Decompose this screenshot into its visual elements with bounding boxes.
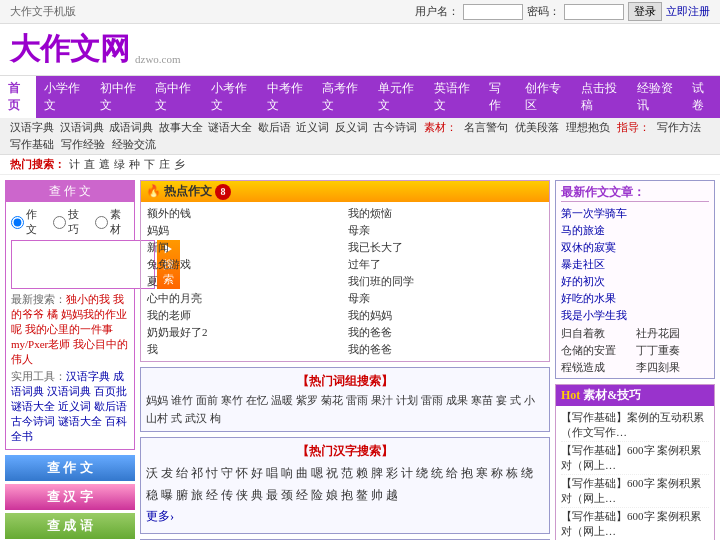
- center-panel: 🔥 热点作文 8 额外的钱 妈妈 新闻 兔免游戏 夏 心中的月亮 我的老师 奶奶…: [140, 180, 550, 540]
- chars-more[interactable]: 更多›: [146, 509, 174, 523]
- tool-xhy[interactable]: 歇后语: [94, 400, 127, 412]
- word-20[interactable]: 武汉: [185, 411, 207, 426]
- word-19[interactable]: 式: [171, 411, 182, 426]
- nav-middle[interactable]: 初中作文: [92, 76, 148, 118]
- right-panel: 最新作文文章： 第一次学骑车 马的旅途 双休的寂寞 暴走社区 好的初次 好吃的水…: [555, 180, 715, 540]
- word-7[interactable]: 紫罗: [296, 393, 318, 408]
- username-input[interactable]: [463, 4, 523, 20]
- register-link[interactable]: 立即注册: [666, 4, 710, 19]
- latest-item: 好的初次: [561, 273, 709, 290]
- link-hz[interactable]: 汉语字典: [10, 121, 54, 133]
- hot-label: 热门搜索：: [10, 157, 65, 172]
- nav-news[interactable]: 经验资讯: [629, 76, 685, 118]
- link-zjy[interactable]: 写作经验: [61, 137, 105, 152]
- nav-home[interactable]: 首页: [0, 76, 36, 118]
- word-2[interactable]: 谁竹: [171, 393, 193, 408]
- tool-gsc[interactable]: 古今诗词: [11, 415, 55, 427]
- radio-zuowen[interactable]: 作文: [11, 207, 45, 237]
- latest-item: 第一次学骑车: [561, 205, 709, 222]
- author-3[interactable]: 仓储的安置: [561, 343, 634, 358]
- hot-tag-1[interactable]: 计: [69, 157, 80, 172]
- btn-query-zuowen[interactable]: 查 作 文: [5, 455, 135, 481]
- link-jyl[interactable]: 经验交流: [112, 137, 156, 152]
- tool-myd[interactable]: 谜语大全: [11, 400, 55, 412]
- nav-mid-exam[interactable]: 中考作文: [259, 76, 315, 118]
- nav-high-exam[interactable]: 高考作文: [314, 76, 370, 118]
- radio-jiqiao[interactable]: 技巧: [53, 207, 87, 237]
- search-tools: 实用工具：汉语字典 成语词典 汉语词典 百页批 谜语大全 近义词 歇后语 古今诗…: [11, 369, 129, 444]
- hot-tag-7[interactable]: 庄: [159, 157, 170, 172]
- nav-submit[interactable]: 点击投稿: [573, 76, 629, 118]
- link-myj[interactable]: 名言警句: [464, 120, 508, 135]
- link-sc[interactable]: 古今诗词: [373, 121, 417, 133]
- nav-test[interactable]: 试卷: [684, 76, 720, 118]
- sub-nav: 汉语字典 汉语词典 成语词典 故事大全 谜语大全 歇后语 近义词 反义词 古今诗…: [0, 118, 720, 155]
- hot-tag-4[interactable]: 绿: [114, 157, 125, 172]
- recent-6[interactable]: my/Pxer老师: [11, 338, 70, 350]
- link-xh[interactable]: 歇后语: [258, 121, 291, 133]
- nav-primary-exam[interactable]: 小考作文: [203, 76, 259, 118]
- link-my[interactable]: 谜语大全: [208, 121, 252, 133]
- hot-tag-3[interactable]: 遮: [99, 157, 110, 172]
- password-input[interactable]: [564, 4, 624, 20]
- tool-jyc[interactable]: 近义词: [58, 400, 91, 412]
- word-18[interactable]: 山村: [146, 411, 168, 426]
- nav-english[interactable]: 英语作文: [426, 76, 482, 118]
- author-5[interactable]: 程锐造成: [561, 360, 634, 375]
- link-lib[interactable]: 理想抱负: [566, 120, 610, 135]
- hot-item: 心中的月亮: [144, 290, 345, 307]
- link-gs[interactable]: 故事大全: [159, 121, 203, 133]
- word-21[interactable]: 枸: [210, 411, 221, 426]
- word-5[interactable]: 在忆: [246, 393, 268, 408]
- nav-creative[interactable]: 创作专区: [517, 76, 573, 118]
- recent-3[interactable]: 橘: [47, 308, 58, 320]
- recent-1[interactable]: 独小的我: [66, 293, 110, 305]
- search-input[interactable]: [11, 240, 155, 289]
- word-4[interactable]: 寒竹: [221, 393, 243, 408]
- nav-high[interactable]: 高中作文: [147, 76, 203, 118]
- btn-query-hanzi[interactable]: 查 汉 字: [5, 484, 135, 510]
- hot-tag-6[interactable]: 下: [144, 157, 155, 172]
- link-zj[interactable]: 写作基础: [10, 137, 54, 152]
- nav-writing[interactable]: 写作: [481, 76, 517, 118]
- hot-tag-2[interactable]: 直: [84, 157, 95, 172]
- link-fy[interactable]: 反义词: [335, 121, 368, 133]
- word-16[interactable]: 式: [510, 393, 521, 408]
- word-13[interactable]: 成果: [446, 393, 468, 408]
- nav-unit[interactable]: 单元作文: [370, 76, 426, 118]
- author-4[interactable]: 丁丁重奏: [636, 343, 709, 358]
- word-1[interactable]: 妈妈: [146, 393, 168, 408]
- hot-tag-5[interactable]: 种: [129, 157, 140, 172]
- word-10[interactable]: 果汁: [371, 393, 393, 408]
- word-15[interactable]: 宴: [496, 393, 507, 408]
- hot-chars-title: 【热门汉字搜索】: [146, 443, 544, 460]
- btn-query-chengyu[interactable]: 查 成 语: [5, 513, 135, 539]
- tool-byp[interactable]: 百页批: [94, 385, 127, 397]
- hot-tag-8[interactable]: 乡: [174, 157, 185, 172]
- word-8[interactable]: 菊花: [321, 393, 343, 408]
- word-3[interactable]: 面前: [196, 393, 218, 408]
- link-zf[interactable]: 写作方法: [657, 120, 701, 135]
- word-17[interactable]: 小: [524, 393, 535, 408]
- tool-hzd[interactable]: 汉语字典: [66, 370, 110, 382]
- link-myd[interactable]: 优美段落: [515, 120, 559, 135]
- word-14[interactable]: 寒苗: [471, 393, 493, 408]
- word-9[interactable]: 雷雨: [346, 393, 368, 408]
- link-jy[interactable]: 近义词: [296, 121, 329, 133]
- logo[interactable]: 大作文网 dzwo.com: [10, 29, 181, 70]
- word-12[interactable]: 雷雨: [421, 393, 443, 408]
- author-2[interactable]: 社丹花园: [636, 326, 709, 341]
- author-6[interactable]: 李四刻果: [636, 360, 709, 375]
- tool-myd2[interactable]: 谜语大全: [58, 415, 102, 427]
- word-11[interactable]: 计划: [396, 393, 418, 408]
- author-1[interactable]: 归自着教: [561, 326, 634, 341]
- mobile-link[interactable]: 大作文手机版: [10, 4, 76, 19]
- nav-primary[interactable]: 小学作文: [36, 76, 92, 118]
- login-button[interactable]: 登录: [628, 2, 662, 21]
- tool-hcd[interactable]: 汉语词典: [47, 385, 91, 397]
- link-cy[interactable]: 成语词典: [109, 121, 153, 133]
- word-6[interactable]: 温暖: [271, 393, 293, 408]
- link-hc[interactable]: 汉语词典: [60, 121, 104, 133]
- radio-sucai[interactable]: 素材: [95, 207, 129, 237]
- recent-5[interactable]: 我的心里的一件事: [25, 323, 113, 335]
